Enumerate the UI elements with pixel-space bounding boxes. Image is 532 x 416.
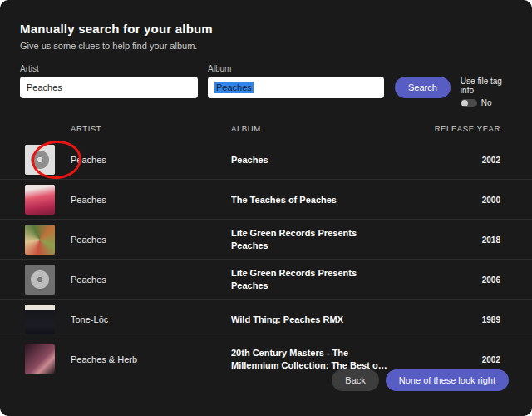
result-year: 2018 (409, 235, 500, 245)
album-art (25, 145, 55, 175)
dialog-header: Manually search for your album Give us s… (0, 0, 532, 51)
result-artist: Tone-Lōc (71, 314, 231, 324)
back-button[interactable]: Back (332, 369, 378, 391)
dialog-footer: Back None of these look right (332, 369, 509, 391)
album-art-cell (20, 339, 71, 374)
page-title: Manually search for your album (20, 22, 512, 36)
none-of-these-button[interactable]: None of these look right (386, 369, 509, 391)
result-album: Lite Green Records Presents Peaches (231, 227, 409, 252)
file-tag-label: Use file tag info (461, 77, 512, 95)
result-row[interactable]: Tone-Lōc Wild Thing: Peaches RMX 1989 (0, 300, 532, 339)
disc-icon (31, 151, 49, 169)
manual-search-dialog: Manually search for your album Give us s… (0, 0, 532, 416)
result-year: 2002 (409, 355, 500, 364)
result-artist: Peaches (71, 155, 231, 165)
result-row[interactable]: Peaches Lite Green Records Presents Peac… (0, 220, 532, 260)
search-button[interactable]: Search (395, 77, 451, 98)
album-art (25, 225, 55, 255)
result-album: Wild Thing: Peaches RMX (231, 314, 409, 326)
result-album: Lite Green Records Presents Peaches (231, 267, 409, 292)
artist-input[interactable] (20, 77, 198, 98)
result-artist: Peaches (71, 235, 231, 245)
artist-field-group: Artist (20, 64, 198, 98)
column-album: ALBUM (231, 124, 409, 133)
album-art-cell (20, 220, 71, 260)
album-art-cell (20, 300, 71, 339)
file-tag-toggle-row: No (461, 98, 512, 107)
search-form: Artist Album Peaches Search Use file tag… (0, 64, 532, 107)
file-tag-group: Use file tag info No (461, 77, 512, 107)
album-input[interactable]: Peaches (208, 77, 384, 98)
results-header: ARTIST ALBUM RELEASE YEAR (0, 124, 532, 133)
result-row[interactable]: Peaches Lite Green Records Presents Peac… (0, 260, 532, 300)
result-album: The Teaches of Peaches (231, 194, 409, 206)
result-year: 1989 (409, 315, 500, 324)
toggle-knob (461, 100, 468, 106)
result-year: 2000 (409, 196, 500, 205)
result-artist: Peaches & Herb (71, 354, 231, 364)
result-row[interactable]: Peaches The Teaches of Peaches 2000 (0, 180, 532, 220)
album-art-cell (20, 140, 71, 180)
album-art (25, 305, 55, 334)
disc-icon (31, 270, 49, 289)
result-artist: Peaches (71, 195, 231, 205)
column-release-year: RELEASE YEAR (409, 124, 500, 133)
album-field-group: Album Peaches (208, 64, 384, 98)
album-art (25, 344, 55, 374)
result-album: Peaches (231, 154, 409, 166)
album-label: Album (208, 64, 384, 73)
album-input-value: Peaches (214, 82, 254, 93)
results-list: Peaches Peaches 2002 Peaches The Teaches… (0, 140, 532, 374)
result-row[interactable]: Peaches Peaches 2002 (0, 140, 532, 180)
column-artist: ARTIST (71, 124, 231, 133)
album-art (25, 185, 55, 215)
album-art (25, 265, 55, 295)
result-album: 20th Century Masters - The Millennium Co… (231, 347, 409, 372)
page-subtitle: Give us some clues to help find your alb… (20, 41, 512, 51)
album-art-cell (20, 260, 71, 300)
file-tag-state: No (481, 98, 492, 107)
result-year: 2006 (409, 275, 500, 285)
album-art-cell (20, 180, 71, 220)
result-artist: Peaches (71, 275, 231, 285)
artist-label: Artist (20, 64, 198, 73)
result-year: 2002 (409, 156, 500, 165)
file-tag-toggle[interactable] (461, 99, 477, 107)
